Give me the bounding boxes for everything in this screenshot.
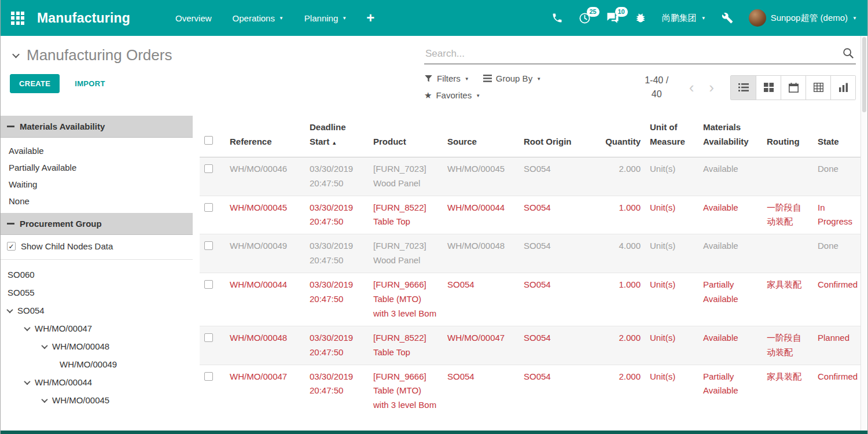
search-options: Filters ▼ Group By ▼ ★ Favorites ▼ [424,73,564,100]
tree-item-wh-mo-00048[interactable]: WH/MO/00048 [1,337,193,355]
table-row[interactable]: WH/MO/0004603/30/2019 20:47:50[FURN_7023… [200,157,864,196]
column-header-root-origin[interactable]: Root Origin [519,116,597,157]
cell-unit-of-measure: Unit(s) [645,365,698,417]
filter-available[interactable]: Available [1,142,193,159]
chevron-down-icon[interactable] [41,342,47,348]
cell-reference: WH/MO/00047 [225,365,305,417]
availability-list: AvailablePartially AvailableWaitingNone [1,138,193,213]
row-checkbox[interactable] [204,164,213,173]
filter-none[interactable]: None [1,193,193,209]
plus-icon: + [366,10,374,25]
column-header-materials-availability[interactable]: Materials Availability [698,116,762,157]
tree-item-wh-mo-00044[interactable]: WH/MO/00044 [1,373,193,391]
chevron-down-icon[interactable] [24,378,30,384]
import-button[interactable]: IMPORT [71,79,108,89]
column-label: Source [447,137,477,146]
debug-button[interactable] [635,12,646,24]
select-all-checkbox[interactable] [204,136,213,145]
filter-waiting[interactable]: Waiting [1,176,193,193]
column-header-source[interactable]: Source [443,116,519,157]
tree-item-so055[interactable]: SO055 [1,284,193,301]
breadcrumb: Manufacturing Orders [10,46,424,64]
checkbox-label: Show Child Nodes Data [21,241,113,251]
pager-next-button[interactable]: › [709,80,714,95]
select-all-header[interactable] [200,116,225,157]
messages-button[interactable]: 10 [606,12,619,24]
pivot-view-button[interactable] [806,76,830,100]
list-view-button[interactable] [731,76,756,100]
tree-item-label: SO054 [17,306,45,315]
column-header-unit-of-measure[interactable]: Unit of Measure [645,116,698,157]
table-row[interactable]: WH/MO/0004903/30/2019 20:47:50[FURN_7023… [200,234,864,273]
user-menu[interactable]: Sunpop超管 (demo) ▼ [749,9,857,27]
cell-quantity: 1.000 [597,196,645,234]
vertical-scrollbar[interactable] [860,36,867,431]
row-checkbox[interactable] [204,333,213,342]
graph-view-icon [838,83,848,92]
phone-button[interactable] [551,12,563,24]
table-row[interactable]: WH/MO/0004703/30/2019 20:47:50[FURN_9666… [200,365,864,417]
cell-reference: WH/MO/00044 [225,273,305,326]
tree-item-wh-mo-00045[interactable]: WH/MO/00045 [1,391,193,409]
column-header-routing[interactable]: Routing [762,116,813,157]
menu-planning[interactable]: Planning▼ [304,13,347,23]
activities-button[interactable]: 25 [579,12,591,24]
row-checkbox[interactable] [204,280,213,289]
app-title[interactable]: Manufacturing [37,10,130,26]
cell-quantity: 2.000 [597,365,645,417]
show-child-nodes-checkbox[interactable]: ✓ Show Child Nodes Data [1,235,193,260]
table-row[interactable]: WH/MO/0004803/30/2019 20:47:50[FURN_8522… [200,326,864,365]
search-icon[interactable] [842,47,855,62]
chevron-down-icon[interactable] [41,396,47,402]
table-row[interactable]: WH/MO/0004403/30/2019 20:47:50[FURN_9666… [200,273,864,326]
table-header-row: ReferenceDeadline Start▲ProductSourceRoo… [200,116,864,157]
filters-menu[interactable]: Filters ▼ [424,73,469,83]
add-menu-button[interactable]: + [366,11,374,25]
menu-operations[interactable]: Operations▼ [233,13,284,23]
column-header-deadline-start[interactable]: Deadline Start▲ [305,116,369,157]
scrollbar-thumb[interactable] [862,37,866,112]
cell-product: [FURN_9666] Table (MTO) with 3 level Bom [369,273,443,326]
filter-partially-available[interactable]: Partially Available [1,159,193,176]
tree-item-so054[interactable]: SO054 [1,301,193,319]
row-select-cell [200,234,225,273]
column-header-product[interactable]: Product [369,116,443,157]
column-header-quantity[interactable]: Quantity [597,116,645,157]
tree-item-wh-mo-00047[interactable]: WH/MO/00047 [1,319,193,337]
bug-icon [635,12,646,24]
search-input[interactable] [424,44,856,64]
row-checkbox[interactable] [204,241,213,250]
group-by-menu[interactable]: Group By ▼ [483,73,541,83]
cell-deadline-start: 03/30/2019 20:47:50 [305,196,369,234]
column-header-reference[interactable]: Reference [225,116,305,157]
row-checkbox[interactable] [204,372,213,381]
chevron-down-icon[interactable] [24,324,30,330]
chevron-down-icon[interactable] [6,306,13,312]
pager-previous-button[interactable]: ‹ [689,80,694,95]
table-row[interactable]: WH/MO/0004503/30/2019 20:47:50[FURN_8522… [200,196,864,234]
create-button[interactable]: CREATE [10,74,60,93]
cell-unit-of-measure: Unit(s) [645,326,698,365]
tree-item-so060[interactable]: SO060 [1,266,193,284]
tree-item-wh-mo-00049[interactable]: WH/MO/00049 [1,355,193,373]
caret-down-icon: ▼ [701,16,706,21]
cell-routing: 一阶段自动装配 [762,326,813,365]
avatar [749,9,766,27]
graph-view-button[interactable] [830,76,855,100]
row-checkbox[interactable] [204,203,213,212]
company-menu[interactable]: 尚鹏集团 ▼ [662,13,706,24]
odoo-app-window: Manufacturing OverviewOperations▼Plannin… [0,0,868,434]
kanban-view-button[interactable] [756,76,781,100]
calendar-view-button[interactable] [781,76,806,100]
tools-button[interactable] [722,12,733,24]
favorites-menu[interactable]: ★ Favorites ▼ [424,90,480,100]
column-header-state[interactable]: State [813,116,864,157]
cell-deadline-start: 03/30/2019 20:47:50 [305,157,369,196]
activity-count-badge: 25 [587,7,599,17]
chevron-down-icon[interactable] [12,51,20,58]
apps-menu-button[interactable] [11,12,24,25]
cell-quantity: 4.000 [597,234,645,273]
menu-overview[interactable]: Overview [175,13,212,23]
cell-source: WH/MO/00047 [443,326,519,365]
column-label: Quantity [605,137,641,146]
